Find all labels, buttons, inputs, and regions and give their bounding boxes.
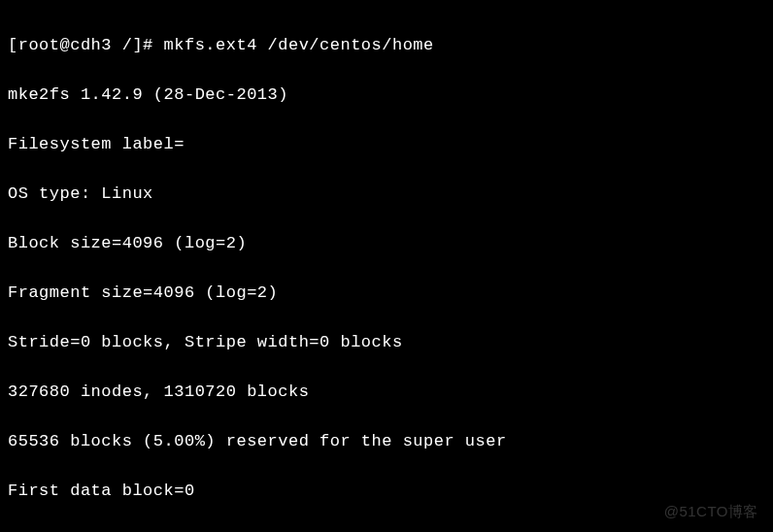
output-line: OS type: Linux xyxy=(8,182,765,207)
entered-command: mkfs.ext4 /dev/centos/home xyxy=(164,36,434,54)
watermark-text: @51CTO博客 xyxy=(664,501,758,523)
output-line: Block size=4096 (log=2) xyxy=(8,231,765,256)
output-line: Fragment size=4096 (log=2) xyxy=(8,281,765,306)
command-line: [root@cdh3 /]# mkfs.ext4 /dev/centos/hom… xyxy=(8,33,765,58)
shell-prompt: [root@cdh3 /]# xyxy=(8,36,164,54)
output-line: First data block=0 xyxy=(8,479,765,504)
output-line: 65536 blocks (5.00%) reserved for the su… xyxy=(8,429,765,454)
output-line: Stride=0 blocks, Stripe width=0 blocks xyxy=(8,330,765,355)
output-line: Filesystem label= xyxy=(8,132,765,157)
output-line: 327680 inodes, 1310720 blocks xyxy=(8,380,765,405)
output-line: mke2fs 1.42.9 (28-Dec-2013) xyxy=(8,83,765,108)
output-line: Maximum filesystem blocks=1342177280 xyxy=(8,528,765,533)
terminal-output[interactable]: [root@cdh3 /]# mkfs.ext4 /dev/centos/hom… xyxy=(8,8,765,532)
